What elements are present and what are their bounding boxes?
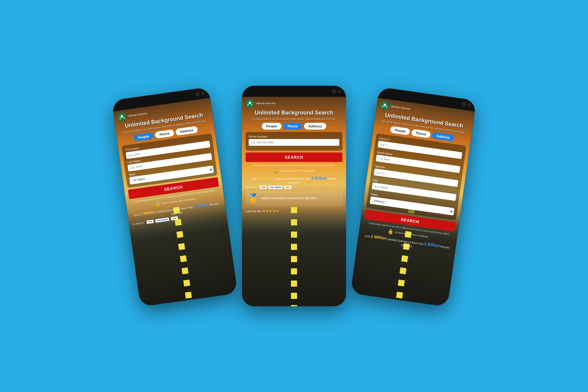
love-text: Love the site ★★★★★ <box>246 209 342 213</box>
terms-center: Conducting a search on our site is subje… <box>246 164 342 167</box>
camera-left <box>195 92 200 96</box>
headline-center: Unlimited Background Search <box>246 110 342 116</box>
camera-center-large <box>332 89 336 93</box>
as-seen-center: As Seen On: CNN FOX NEWS NBC <box>246 186 342 189</box>
tab-address-right[interactable]: Address <box>432 132 454 141</box>
stats-middle-center: Satisfied Customers & More Than <box>274 177 311 180</box>
logo-text-right: Ultimate Searcher <box>390 105 410 111</box>
stats-billion-center: 2 Billion <box>311 176 327 180</box>
stats-prefix-right: Over <box>365 235 370 238</box>
top-bar-center <box>242 86 346 97</box>
stats-million-left: 1 Million <box>140 209 156 216</box>
tab-phone-left[interactable]: Phone <box>155 129 174 138</box>
nbc-badge-center: NBC <box>284 186 291 189</box>
as-seen-label-left: As Seen On: <box>133 221 145 225</box>
camera-right-sm <box>468 104 471 107</box>
subheadline-center: Get current address, cell phone number, … <box>246 118 342 120</box>
logo-icon-left <box>117 112 127 122</box>
stats-billion-right: 2 Billion <box>424 241 440 248</box>
stats-center: Over 1 Million Satisfied Customers & Mor… <box>246 175 342 184</box>
rating-section: 🏅 BASED ON RATINGS FROM ACTUAL REPORTS <box>246 191 342 206</box>
lock-icon-center: 🔒 <box>273 168 279 174</box>
tabs-center: People Phone Address <box>246 123 342 130</box>
stats-million-right: 1 Million <box>371 234 387 241</box>
confidential-center: 🔒 All Searches are 100% Confidential. <box>246 168 342 174</box>
phones-container: Ultimate Searcher Unlimited Background S… <box>0 0 588 392</box>
camera-right-large <box>462 102 466 107</box>
fox-badge-left: FOX NEWS <box>155 217 169 223</box>
search-button-center[interactable]: SEARCH <box>246 153 342 162</box>
logo-area-center: Ultimate Searcher <box>246 99 342 108</box>
camera-center-small <box>338 90 341 93</box>
as-seen-label-center: As Seen On: <box>246 186 258 188</box>
stats-prefix-center: Over <box>251 177 257 180</box>
label-phone: Phone Number: <box>249 135 339 138</box>
logo-icon-center <box>246 99 254 108</box>
medal-icon: 🏅 <box>248 193 259 203</box>
tab-people-center[interactable]: People <box>262 123 281 130</box>
tab-phone-center[interactable]: Phone <box>283 123 302 130</box>
stats-prefix-left: Over <box>134 213 139 217</box>
cnn-badge-center: CNN <box>260 186 267 189</box>
nbc-badge-left: NBC <box>171 216 178 221</box>
phone-left: Ultimate Searcher Unlimited Background S… <box>111 87 238 307</box>
tab-phone-right[interactable]: Phone <box>411 129 431 138</box>
form-right: House #: Street Name: Apt/Unit: City: <box>366 133 466 221</box>
input-phone[interactable] <box>249 139 339 146</box>
confidential-text-center: All Searches are 100% Confidential. <box>280 170 315 172</box>
lock-icon-right: 🔒 <box>387 228 394 235</box>
phone-center: Ultimate Searcher Unlimited Background S… <box>242 86 346 306</box>
stats-million-center: 1 Million <box>257 176 273 180</box>
logo-text-center: Ultimate Searcher <box>256 102 276 105</box>
logo-icon-right <box>380 101 390 111</box>
lock-icon-left: 🔒 <box>154 201 161 207</box>
rating-text: BASED ON RATINGS FROM ACTUAL REPORTS <box>261 197 317 200</box>
cnn-badge-left: CNN <box>146 220 154 224</box>
confidential-text-right: All Searches are 100% Confidential. <box>394 231 429 238</box>
fox-badge-center: FOX NEWS <box>269 186 282 189</box>
confidential-text-left: All Searches are 100% Confidential. <box>162 198 196 205</box>
camera-right-small <box>201 92 205 95</box>
logo-text-left: Ultimate Searcher <box>128 112 148 118</box>
stats-billion-left: 2 Billion <box>193 202 209 209</box>
tab-people-left[interactable]: People <box>134 132 154 141</box>
tab-address-center[interactable]: Address <box>304 123 326 130</box>
tab-address-left[interactable]: Address <box>175 126 198 136</box>
phone-right: Ultimate Searcher Unlimited Background S… <box>350 87 477 307</box>
form-center: Phone Number: <box>246 132 342 151</box>
tab-people-right[interactable]: People <box>390 126 410 135</box>
